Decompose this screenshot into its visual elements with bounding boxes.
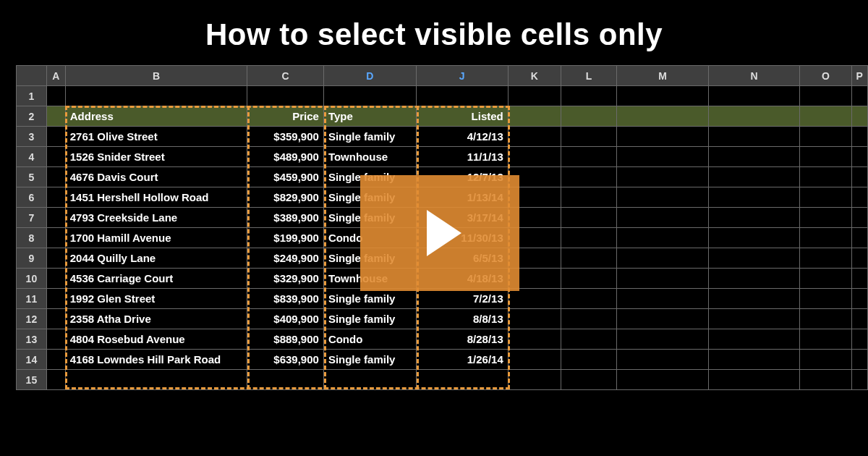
col-header-C[interactable]: C (247, 66, 324, 86)
cell[interactable] (851, 147, 867, 167)
cell[interactable] (46, 228, 65, 248)
cell[interactable]: 1992 Glen Street (65, 289, 247, 309)
cell[interactable]: Listed (416, 106, 508, 127)
cell[interactable] (561, 370, 617, 390)
cell[interactable] (708, 147, 800, 167)
cell[interactable]: 7/2/13 (416, 289, 508, 309)
row-header[interactable]: 15 (17, 370, 47, 390)
cell[interactable]: 1700 Hamill Avenue (65, 228, 247, 248)
cell[interactable]: 4/12/13 (416, 127, 508, 147)
cell[interactable]: $459,900 (247, 167, 324, 187)
cell[interactable] (800, 167, 851, 187)
cell[interactable]: 4793 Creekside Lane (65, 208, 247, 228)
cell[interactable] (800, 147, 851, 167)
cell[interactable]: $199,900 (247, 228, 324, 248)
cell[interactable] (65, 370, 247, 390)
cell[interactable] (800, 127, 851, 147)
cell[interactable] (46, 208, 65, 228)
cell[interactable] (617, 187, 709, 208)
cell[interactable] (561, 329, 617, 350)
cell[interactable] (708, 228, 800, 248)
cell[interactable] (851, 350, 867, 370)
cell[interactable]: $889,900 (247, 329, 324, 350)
cell[interactable] (561, 187, 617, 208)
cell[interactable] (617, 208, 709, 228)
cell[interactable] (708, 106, 800, 127)
cell[interactable] (708, 309, 800, 329)
cell[interactable] (46, 269, 65, 289)
cell[interactable] (561, 248, 617, 269)
cell[interactable] (851, 289, 867, 309)
cell[interactable] (508, 309, 561, 329)
cell[interactable] (561, 167, 617, 187)
cell[interactable] (708, 329, 800, 350)
cell[interactable] (508, 127, 561, 147)
cell[interactable] (617, 147, 709, 167)
cell[interactable] (800, 309, 851, 329)
cell[interactable] (46, 309, 65, 329)
cell[interactable] (708, 86, 800, 106)
row-header[interactable]: 14 (17, 350, 47, 370)
cell[interactable] (851, 208, 867, 228)
col-header-D[interactable]: D (323, 66, 416, 86)
col-header-A[interactable]: A (46, 66, 65, 86)
cell[interactable] (617, 248, 709, 269)
row-header[interactable]: 6 (17, 187, 47, 208)
cell[interactable] (851, 309, 867, 329)
cell[interactable] (561, 269, 617, 289)
cell[interactable] (561, 350, 617, 370)
cell[interactable]: $829,900 (247, 187, 324, 208)
cell[interactable] (65, 86, 247, 106)
cell[interactable]: Price (247, 106, 324, 127)
cell[interactable] (708, 289, 800, 309)
cell[interactable] (46, 329, 65, 350)
col-header-P[interactable]: P (851, 66, 867, 86)
col-header-J[interactable]: J (416, 66, 508, 86)
cell[interactable] (708, 127, 800, 147)
col-header-M[interactable]: M (617, 66, 709, 86)
row-header[interactable]: 13 (17, 329, 47, 350)
cell[interactable] (508, 86, 561, 106)
cell[interactable] (851, 329, 867, 350)
cell[interactable]: 1526 Snider Street (65, 147, 247, 167)
cell[interactable] (508, 289, 561, 309)
row-header[interactable]: 7 (17, 208, 47, 228)
cell[interactable] (46, 350, 65, 370)
cell[interactable] (508, 329, 561, 350)
cell[interactable] (800, 248, 851, 269)
cell[interactable] (323, 86, 416, 106)
cell[interactable]: Single family (323, 350, 416, 370)
cell[interactable]: 11/1/13 (416, 147, 508, 167)
cell[interactable] (800, 329, 851, 350)
cell[interactable] (617, 86, 709, 106)
col-header-L[interactable]: L (561, 66, 617, 86)
cell[interactable] (617, 370, 709, 390)
col-header-N[interactable]: N (708, 66, 800, 86)
cell[interactable] (708, 208, 800, 228)
cell[interactable] (617, 350, 709, 370)
cell[interactable] (46, 106, 65, 127)
cell[interactable]: Single family (323, 127, 416, 147)
cell[interactable]: 2358 Atha Drive (65, 309, 247, 329)
cell[interactable]: Condo (323, 329, 416, 350)
row-header[interactable]: 12 (17, 309, 47, 329)
cell[interactable] (416, 86, 508, 106)
cell[interactable] (561, 127, 617, 147)
row-header[interactable]: 10 (17, 269, 47, 289)
cell[interactable]: 4676 Davis Court (65, 167, 247, 187)
cell[interactable] (708, 269, 800, 289)
cell[interactable] (617, 329, 709, 350)
cell[interactable] (46, 289, 65, 309)
col-header-K[interactable]: K (508, 66, 561, 86)
row-header[interactable]: 11 (17, 289, 47, 309)
cell[interactable]: 8/8/13 (416, 309, 508, 329)
cell[interactable] (617, 106, 709, 127)
cell[interactable] (617, 228, 709, 248)
cell[interactable] (561, 86, 617, 106)
cell[interactable] (617, 127, 709, 147)
cell[interactable] (561, 106, 617, 127)
cell[interactable]: $329,900 (247, 269, 324, 289)
cell[interactable] (561, 289, 617, 309)
cell[interactable] (851, 248, 867, 269)
cell[interactable]: $359,900 (247, 127, 324, 147)
